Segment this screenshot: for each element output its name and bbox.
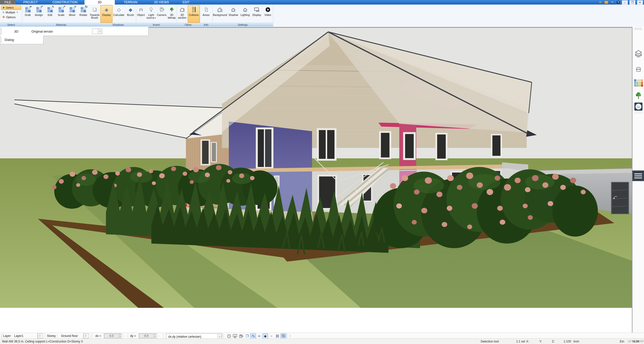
material-block-icon[interactable]: ◆ [262,333,268,339]
layer-label: Layer: [3,333,11,339]
tab-edit[interactable]: EDIT [177,0,195,5]
grid-icon[interactable] [274,333,280,339]
dy-input[interactable]: 0.0 [139,333,154,338]
record-camera-icon[interactable] [238,333,244,339]
toolbar-overflow-kebab[interactable]: ⁝ [290,333,291,339]
status-bar: Wall AW 36.5 m. Ceiling support L=Constr… [0,338,644,344]
chevron-down-icon: ˅ [38,334,42,338]
sidebar-grip[interactable] [635,28,642,30]
monitor-gear-icon [254,6,260,14]
insert-camera-button[interactable]: Camera [156,5,167,23]
grab-button[interactable]: ✒ Grab [22,5,33,23]
roof-view-icon[interactable] [250,333,256,339]
cube-small-icon: ◇ [117,6,121,14]
plus-icon: ✚ [2,15,5,19]
materials-catalog-icon[interactable] [634,79,643,87]
chevron-down-icon: ˅ [83,334,88,338]
areas-button[interactable]: ? Areas [200,5,212,23]
move-button[interactable]: ✛ Move [67,5,78,23]
svg-text:★: ★ [234,335,236,337]
status-z: Z: [552,339,555,344]
shadows-display-button[interactable]: ◈ Display [100,5,113,23]
insulation-icon[interactable]: ≋ [256,333,262,339]
toolbar-grip[interactable] [1,37,3,43]
time-of-day-icon[interactable] [226,333,232,339]
terrain-select[interactable]: ˅ [92,29,102,34]
storey-label: Storey : [47,333,57,339]
ribbon-group-info: ? Areas Info [200,5,213,27]
compass-north-icon[interactable]: Ⓝ [281,333,286,339]
tab-construction[interactable]: CONSTRUCTION [45,0,85,5]
rotate-icon: ↻ [81,6,86,14]
status-selection-ratio: 1:1 sel [516,339,525,344]
status-rf-indicator: RF [640,339,644,344]
contour-layers-icon[interactable]: ≈ [268,333,274,339]
remote-support-icon[interactable]: ⇔ [634,102,643,111]
minimize-button[interactable]: – [622,0,628,5]
layer-select-value: Layer1 [14,333,23,339]
options-button[interactable]: ✚ Options [1,15,21,19]
layer-select[interactable]: ˅ [37,333,43,338]
ribbon-group-select: ➤ Select ➤ Multiple▾ ✚ Options Select [0,5,22,27]
ribbon-group-settings: Background Shadow Lighting Display [212,5,273,27]
dialog-label: Dialog: [5,38,15,42]
toolbar-grip[interactable] [1,28,3,34]
collision-button[interactable]: Collision [188,5,200,23]
chair-icon [138,6,144,14]
rotate-button[interactable]: ↻ Rotate [78,5,89,23]
assign-button[interactable]: ✐ Assign [33,5,44,23]
towards-brush-button[interactable]: ❏ Towards Brush [89,5,100,23]
close-button[interactable]: ✕ [637,0,643,5]
tools-icon[interactable]: ⚒ [598,1,602,4]
help-icon[interactable]: ? [616,0,620,5]
stack-icon[interactable] [610,1,614,4]
screen-capture-icon[interactable]: ★ [232,333,238,339]
project-box-icon[interactable]: ❐ [244,333,250,339]
furniture-catalog-icon[interactable] [634,65,643,73]
tab-bar: FILE PROJECT CONSTRUCTION 3D TERRAIN 2D … [0,0,644,5]
settings-background-button[interactable]: Background [212,5,228,23]
multiple-select-button[interactable]: ➤ Multiple▾ [1,10,21,14]
edit-button[interactable]: ✎ Edit [44,5,55,23]
panel-expand-handle[interactable] [632,170,644,181]
dx-stepper[interactable]: ▲▼ [119,333,122,338]
tab-3d[interactable]: 3D [85,0,115,5]
brush-box-icon: ❏ [93,6,96,14]
ribbon: ➤ Select ➤ Multiple▾ ✚ Options Select ✒ … [0,5,644,28]
tab-terrain[interactable]: TERRAIN [115,0,146,5]
insert-object-button[interactable]: Object [136,5,146,23]
storey-select[interactable]: ˅ [83,333,89,338]
restore-button[interactable]: ❐ [629,0,635,5]
shadows-calculate-button[interactable]: ◇ Calculate [113,5,125,23]
ribbon-group-material: ✒ Grab ✐ Assign ✎ Edit ↗ Scale ✛ Move ↻ … [22,5,101,27]
group-label-info: Info [200,23,212,27]
bulb-icon [149,6,154,14]
viewport-3d-scene[interactable] [0,27,632,333]
toolbar-grip[interactable] [1,334,3,338]
tab-2d-views[interactable]: 2D VIEWS [146,0,177,5]
storey-select-value: Ground floor [61,333,78,339]
insert-3d-bitmap-button[interactable]: 3D bitmap [167,5,177,23]
tab-file[interactable]: FILE [0,0,16,5]
dy-stepper[interactable]: ▲▼ [153,333,157,338]
layers-icon[interactable] [634,49,643,58]
settings-display-button[interactable]: Display [251,5,263,23]
insert-light-source-button[interactable]: Light source▾ [146,5,157,23]
settings-video-button[interactable]: Video [263,5,273,23]
assign-brush-icon: ✐ [36,6,42,14]
shadows-brush-button[interactable]: ◆ Brush [125,5,136,23]
dx-input[interactable]: 0.0 [104,333,119,338]
chevron-down-icon: ▾ [17,11,18,13]
settings-shadow-button[interactable]: Shadow [228,5,239,23]
3d-section-button[interactable]: 3D section [177,5,188,23]
select-button[interactable]: ➤ Select [1,5,21,10]
plants-catalog-icon[interactable] [634,91,643,100]
cube-icon: ◈ [105,6,108,14]
scale-button[interactable]: ↗ Scale [55,5,67,23]
sidebar-divider [634,113,643,113]
grab-pipette-icon: ✒ [25,6,31,14]
package-icon[interactable] [604,1,608,4]
settings-lighting-button[interactable]: Lighting [239,5,251,23]
status-ein: Ein [620,339,624,344]
tab-project[interactable]: PROJECT [16,0,45,5]
